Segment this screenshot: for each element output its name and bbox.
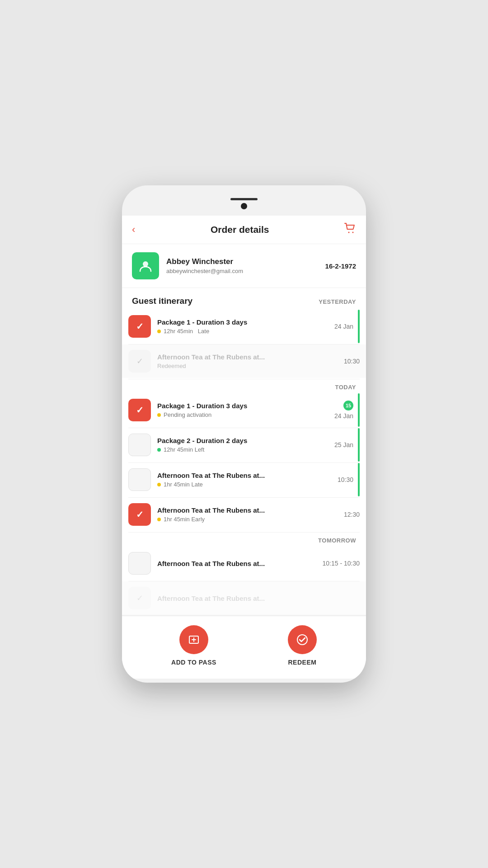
item-content: Afternoon Tea at The Rubens at... — [157, 547, 322, 580]
item-name: Afternoon Tea at The Rubens at... — [157, 506, 333, 514]
day-label-yesterday: YESTERDAY — [319, 298, 356, 305]
user-section: Abbey Winchester abbeywinchester@gmail.c… — [122, 244, 366, 288]
list-item: Afternoon Tea at The Rubens at... 10:15 … — [122, 547, 366, 580]
item-name: Package 1 - Duration 3 days — [157, 318, 326, 326]
item-name: Afternoon Tea at The Rubens at... — [157, 560, 322, 567]
item-right: 10:15 - 10:30 — [322, 547, 360, 580]
item-right: 25 Jan — [326, 428, 353, 462]
item-checkbox-gray: ✓ — [128, 350, 151, 373]
svg-point-1 — [352, 232, 353, 233]
day-label-today: TODAY — [335, 384, 356, 391]
item-time: 10:30 — [338, 476, 353, 483]
item-checkbox-gray: ✓ — [128, 587, 151, 609]
item-content: Afternoon Tea at The Rubens at... Redeem… — [157, 344, 333, 378]
status-dot — [157, 448, 161, 452]
item-right: 24 Jan — [326, 310, 353, 343]
list-item: ✓ Afternoon Tea at The Rubens at... Rede… — [122, 344, 366, 378]
status-dot — [157, 413, 161, 417]
item-time: 10:30 — [344, 358, 360, 365]
add-to-pass-button[interactable]: ADD TO PASS — [171, 625, 216, 666]
back-button[interactable]: ‹ — [132, 225, 135, 235]
page-title: Order details — [211, 224, 269, 235]
item-time: 12:30 — [344, 511, 360, 518]
itinerary-section: Guest itinerary YESTERDAY ✓ Package 1 - … — [122, 288, 366, 615]
add-to-pass-label: ADD TO PASS — [171, 659, 216, 666]
item-status: Pending activation — [157, 411, 326, 418]
item-checkbox-unchecked[interactable] — [128, 468, 151, 491]
item-date: 25 Jan — [334, 441, 353, 448]
list-item: ✓ Afternoon Tea at The Rubens at... — [122, 581, 366, 615]
list-item: ✓ Package 1 - Duration 3 days 12hr 45min… — [122, 310, 366, 343]
item-name: Afternoon Tea at The Rubens at... — [157, 472, 326, 479]
list-item: ✓ Package 1 - Duration 3 days Pending ac… — [122, 393, 366, 427]
item-status: 12hr 45min Late — [157, 328, 326, 335]
list-item: Package 2 - Duration 2 days 12hr 45min L… — [122, 428, 366, 462]
item-date: 24 Jan — [334, 412, 353, 420]
item-checkbox-checked[interactable]: ✓ — [128, 399, 151, 421]
item-content: Afternoon Tea at The Rubens at... 1hr 45… — [157, 463, 326, 496]
camera-dot — [241, 203, 247, 209]
phone-frame: ‹ Order details Abbey Winchester abbeywi… — [122, 185, 366, 683]
svg-point-0 — [348, 232, 349, 233]
phone-top-bar — [122, 194, 366, 216]
item-right: 15 24 Jan — [326, 393, 353, 427]
redeem-button[interactable]: REDEEM — [288, 625, 317, 666]
green-bar — [358, 310, 360, 343]
redeem-circle — [288, 625, 317, 654]
add-to-pass-circle — [179, 625, 208, 654]
itinerary-title: Guest itinerary — [132, 296, 192, 306]
item-name: Afternoon Tea at The Rubens at... — [157, 353, 333, 361]
item-name: Package 2 - Duration 2 days — [157, 437, 326, 444]
item-time: 10:15 - 10:30 — [322, 560, 360, 567]
item-right: 10:30 — [326, 463, 353, 496]
list-item: Afternoon Tea at The Rubens at... 1hr 45… — [122, 463, 366, 496]
user-name: Abbey Winchester — [166, 257, 325, 266]
green-bar — [358, 463, 360, 496]
item-status: 1hr 45min Early — [157, 516, 333, 523]
item-right: 10:30 — [333, 344, 360, 378]
item-checkbox-checked[interactable]: ✓ — [128, 315, 151, 338]
user-date: 16-2-1972 — [325, 262, 356, 270]
status-dot — [157, 483, 161, 486]
item-checkbox-unchecked[interactable] — [128, 552, 151, 575]
day-divider-today: TODAY — [122, 379, 366, 393]
status-dot — [157, 330, 161, 333]
itinerary-header: Guest itinerary YESTERDAY — [122, 288, 366, 310]
status-dot — [157, 518, 161, 521]
item-name: Package 1 - Duration 3 days — [157, 402, 326, 410]
header: ‹ Order details — [122, 216, 366, 244]
item-content: Afternoon Tea at The Rubens at... 1hr 45… — [157, 498, 333, 531]
avatar — [132, 252, 159, 279]
list-item: ✓ Afternoon Tea at The Rubens at... 1hr … — [122, 498, 366, 531]
item-status: 1hr 45min Late — [157, 481, 326, 488]
item-checkbox-checked[interactable]: ✓ — [128, 503, 151, 526]
user-email: abbeywinchester@gmail.com — [166, 268, 325, 274]
item-content: Package 1 - Duration 3 days Pending acti… — [157, 393, 326, 427]
cart-icon[interactable] — [344, 223, 356, 236]
item-date: 24 Jan — [334, 323, 353, 330]
item-status: 12hr 45min Left — [157, 446, 326, 453]
item-status: Redeemed — [157, 363, 333, 369]
item-content: Package 1 - Duration 3 days 12hr 45min L… — [157, 310, 326, 343]
green-bar — [358, 428, 360, 462]
badge-count: 15 — [343, 401, 353, 410]
bottom-action-bar: ADD TO PASS REDEEM — [122, 616, 366, 679]
day-label-tomorrow: TOMORROW — [318, 537, 356, 544]
item-name: Afternoon Tea at The Rubens at... — [157, 594, 360, 602]
item-right: 12:30 — [333, 498, 360, 531]
svg-point-2 — [143, 261, 148, 267]
item-content: Package 2 - Duration 2 days 12hr 45min L… — [157, 428, 326, 462]
notch-bar — [230, 198, 258, 200]
user-info: Abbey Winchester abbeywinchester@gmail.c… — [166, 257, 325, 274]
item-checkbox-unchecked[interactable] — [128, 434, 151, 456]
day-divider-tomorrow: TOMORROW — [122, 533, 366, 547]
green-bar — [358, 393, 360, 427]
redeem-label: REDEEM — [288, 659, 317, 666]
item-content: Afternoon Tea at The Rubens at... — [157, 581, 360, 615]
svg-point-6 — [297, 635, 307, 645]
